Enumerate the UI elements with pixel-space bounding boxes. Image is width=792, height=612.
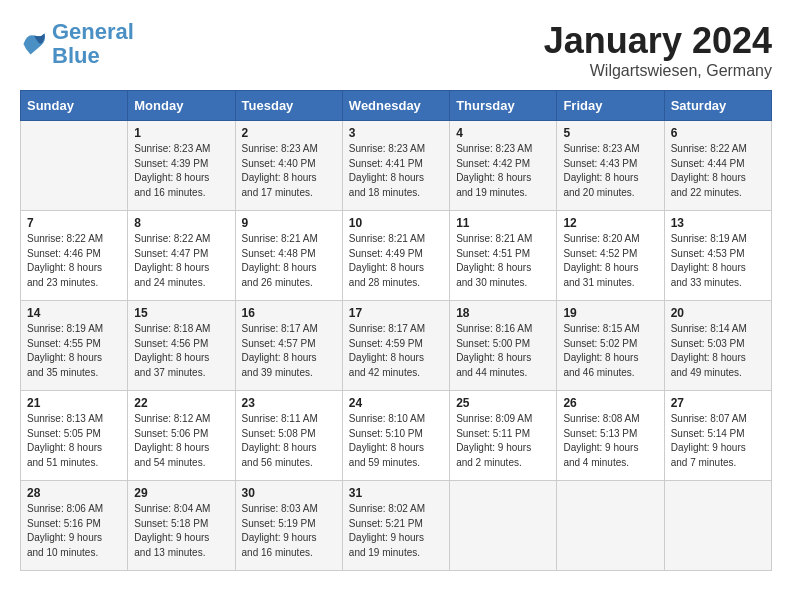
calendar-cell: 4Sunrise: 8:23 AM Sunset: 4:42 PM Daylig… <box>450 121 557 211</box>
calendar-cell <box>21 121 128 211</box>
calendar-cell: 9Sunrise: 8:21 AM Sunset: 4:48 PM Daylig… <box>235 211 342 301</box>
location: Wilgartswiesen, Germany <box>544 62 772 80</box>
day-info: Sunrise: 8:17 AM Sunset: 4:57 PM Dayligh… <box>242 322 336 380</box>
day-info: Sunrise: 8:23 AM Sunset: 4:40 PM Dayligh… <box>242 142 336 200</box>
logo: GeneralBlue <box>20 20 134 68</box>
calendar-day-header: Wednesday <box>342 91 449 121</box>
day-info: Sunrise: 8:12 AM Sunset: 5:06 PM Dayligh… <box>134 412 228 470</box>
day-number: 18 <box>456 306 550 320</box>
day-number: 4 <box>456 126 550 140</box>
day-number: 28 <box>27 486 121 500</box>
day-info: Sunrise: 8:06 AM Sunset: 5:16 PM Dayligh… <box>27 502 121 560</box>
day-number: 15 <box>134 306 228 320</box>
day-info: Sunrise: 8:16 AM Sunset: 5:00 PM Dayligh… <box>456 322 550 380</box>
calendar-day-header: Friday <box>557 91 664 121</box>
day-number: 17 <box>349 306 443 320</box>
day-info: Sunrise: 8:15 AM Sunset: 5:02 PM Dayligh… <box>563 322 657 380</box>
calendar-week-row: 21Sunrise: 8:13 AM Sunset: 5:05 PM Dayli… <box>21 391 772 481</box>
calendar-day-header: Thursday <box>450 91 557 121</box>
calendar-cell: 12Sunrise: 8:20 AM Sunset: 4:52 PM Dayli… <box>557 211 664 301</box>
calendar-week-row: 7Sunrise: 8:22 AM Sunset: 4:46 PM Daylig… <box>21 211 772 301</box>
calendar-cell: 1Sunrise: 8:23 AM Sunset: 4:39 PM Daylig… <box>128 121 235 211</box>
day-info: Sunrise: 8:21 AM Sunset: 4:49 PM Dayligh… <box>349 232 443 290</box>
day-info: Sunrise: 8:10 AM Sunset: 5:10 PM Dayligh… <box>349 412 443 470</box>
calendar-cell: 11Sunrise: 8:21 AM Sunset: 4:51 PM Dayli… <box>450 211 557 301</box>
calendar-cell: 6Sunrise: 8:22 AM Sunset: 4:44 PM Daylig… <box>664 121 771 211</box>
calendar-cell: 17Sunrise: 8:17 AM Sunset: 4:59 PM Dayli… <box>342 301 449 391</box>
day-number: 21 <box>27 396 121 410</box>
day-number: 7 <box>27 216 121 230</box>
calendar-cell: 29Sunrise: 8:04 AM Sunset: 5:18 PM Dayli… <box>128 481 235 571</box>
day-info: Sunrise: 8:09 AM Sunset: 5:11 PM Dayligh… <box>456 412 550 470</box>
calendar-cell: 27Sunrise: 8:07 AM Sunset: 5:14 PM Dayli… <box>664 391 771 481</box>
day-number: 25 <box>456 396 550 410</box>
day-info: Sunrise: 8:23 AM Sunset: 4:42 PM Dayligh… <box>456 142 550 200</box>
day-info: Sunrise: 8:02 AM Sunset: 5:21 PM Dayligh… <box>349 502 443 560</box>
calendar-day-header: Tuesday <box>235 91 342 121</box>
day-number: 27 <box>671 396 765 410</box>
day-info: Sunrise: 8:07 AM Sunset: 5:14 PM Dayligh… <box>671 412 765 470</box>
day-number: 3 <box>349 126 443 140</box>
month-title: January 2024 <box>544 20 772 62</box>
day-number: 14 <box>27 306 121 320</box>
day-number: 23 <box>242 396 336 410</box>
calendar-cell: 31Sunrise: 8:02 AM Sunset: 5:21 PM Dayli… <box>342 481 449 571</box>
day-info: Sunrise: 8:23 AM Sunset: 4:39 PM Dayligh… <box>134 142 228 200</box>
day-number: 19 <box>563 306 657 320</box>
calendar-cell <box>664 481 771 571</box>
day-number: 12 <box>563 216 657 230</box>
day-number: 11 <box>456 216 550 230</box>
calendar-cell: 5Sunrise: 8:23 AM Sunset: 4:43 PM Daylig… <box>557 121 664 211</box>
day-number: 22 <box>134 396 228 410</box>
calendar-week-row: 28Sunrise: 8:06 AM Sunset: 5:16 PM Dayli… <box>21 481 772 571</box>
calendar-day-header: Sunday <box>21 91 128 121</box>
calendar-cell: 21Sunrise: 8:13 AM Sunset: 5:05 PM Dayli… <box>21 391 128 481</box>
day-info: Sunrise: 8:18 AM Sunset: 4:56 PM Dayligh… <box>134 322 228 380</box>
calendar-cell: 2Sunrise: 8:23 AM Sunset: 4:40 PM Daylig… <box>235 121 342 211</box>
day-number: 6 <box>671 126 765 140</box>
day-number: 20 <box>671 306 765 320</box>
title-block: January 2024 Wilgartswiesen, Germany <box>544 20 772 80</box>
day-info: Sunrise: 8:13 AM Sunset: 5:05 PM Dayligh… <box>27 412 121 470</box>
day-info: Sunrise: 8:23 AM Sunset: 4:43 PM Dayligh… <box>563 142 657 200</box>
calendar-cell: 18Sunrise: 8:16 AM Sunset: 5:00 PM Dayli… <box>450 301 557 391</box>
day-info: Sunrise: 8:21 AM Sunset: 4:48 PM Dayligh… <box>242 232 336 290</box>
calendar-cell: 15Sunrise: 8:18 AM Sunset: 4:56 PM Dayli… <box>128 301 235 391</box>
logo-icon <box>20 30 48 58</box>
day-info: Sunrise: 8:22 AM Sunset: 4:46 PM Dayligh… <box>27 232 121 290</box>
day-number: 9 <box>242 216 336 230</box>
day-info: Sunrise: 8:19 AM Sunset: 4:53 PM Dayligh… <box>671 232 765 290</box>
calendar-week-row: 1Sunrise: 8:23 AM Sunset: 4:39 PM Daylig… <box>21 121 772 211</box>
day-info: Sunrise: 8:22 AM Sunset: 4:47 PM Dayligh… <box>134 232 228 290</box>
day-number: 29 <box>134 486 228 500</box>
calendar-cell: 7Sunrise: 8:22 AM Sunset: 4:46 PM Daylig… <box>21 211 128 301</box>
day-number: 26 <box>563 396 657 410</box>
day-number: 10 <box>349 216 443 230</box>
day-number: 5 <box>563 126 657 140</box>
day-info: Sunrise: 8:14 AM Sunset: 5:03 PM Dayligh… <box>671 322 765 380</box>
day-number: 16 <box>242 306 336 320</box>
day-info: Sunrise: 8:08 AM Sunset: 5:13 PM Dayligh… <box>563 412 657 470</box>
day-info: Sunrise: 8:11 AM Sunset: 5:08 PM Dayligh… <box>242 412 336 470</box>
day-number: 8 <box>134 216 228 230</box>
calendar-cell: 13Sunrise: 8:19 AM Sunset: 4:53 PM Dayli… <box>664 211 771 301</box>
calendar-day-header: Monday <box>128 91 235 121</box>
day-info: Sunrise: 8:17 AM Sunset: 4:59 PM Dayligh… <box>349 322 443 380</box>
day-number: 2 <box>242 126 336 140</box>
day-info: Sunrise: 8:20 AM Sunset: 4:52 PM Dayligh… <box>563 232 657 290</box>
day-info: Sunrise: 8:19 AM Sunset: 4:55 PM Dayligh… <box>27 322 121 380</box>
calendar-header-row: SundayMondayTuesdayWednesdayThursdayFrid… <box>21 91 772 121</box>
calendar-table: SundayMondayTuesdayWednesdayThursdayFrid… <box>20 90 772 571</box>
day-number: 31 <box>349 486 443 500</box>
calendar-cell: 30Sunrise: 8:03 AM Sunset: 5:19 PM Dayli… <box>235 481 342 571</box>
day-number: 24 <box>349 396 443 410</box>
day-info: Sunrise: 8:04 AM Sunset: 5:18 PM Dayligh… <box>134 502 228 560</box>
calendar-cell <box>450 481 557 571</box>
calendar-cell: 19Sunrise: 8:15 AM Sunset: 5:02 PM Dayli… <box>557 301 664 391</box>
calendar-cell: 22Sunrise: 8:12 AM Sunset: 5:06 PM Dayli… <box>128 391 235 481</box>
calendar-cell: 25Sunrise: 8:09 AM Sunset: 5:11 PM Dayli… <box>450 391 557 481</box>
day-number: 30 <box>242 486 336 500</box>
page-header: GeneralBlue January 2024 Wilgartswiesen,… <box>20 20 772 80</box>
calendar-cell: 14Sunrise: 8:19 AM Sunset: 4:55 PM Dayli… <box>21 301 128 391</box>
day-info: Sunrise: 8:03 AM Sunset: 5:19 PM Dayligh… <box>242 502 336 560</box>
